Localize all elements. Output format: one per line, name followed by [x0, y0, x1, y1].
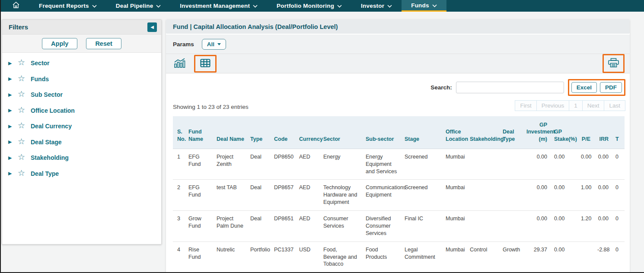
- params-dropdown[interactable]: All: [202, 39, 226, 50]
- table-row: 2EFG Fundtest TABDealDP8657AEDTechnology…: [173, 180, 625, 211]
- expand-arrow-icon[interactable]: ▶: [8, 171, 18, 176]
- filter-item-deal-currency[interactable]: ▶☆Deal Currency: [2, 118, 161, 134]
- table-cell: 0.00: [580, 149, 596, 180]
- star-icon[interactable]: ☆: [18, 168, 31, 178]
- chevron-down-icon: [432, 2, 437, 9]
- search-input[interactable]: [456, 82, 564, 93]
- column-header-gp-stake[interactable]: GP Stake(%): [553, 116, 580, 149]
- table-cell: Deal: [249, 211, 273, 242]
- filter-item-deal-stage[interactable]: ▶☆Deal Stage: [2, 134, 161, 150]
- table-cell: 0.00: [553, 149, 580, 180]
- column-header-type[interactable]: Type: [249, 116, 273, 149]
- excel-button[interactable]: Excel: [571, 82, 597, 93]
- filter-item-label: Deal Stage: [31, 139, 62, 146]
- print-button[interactable]: [607, 57, 620, 70]
- filters-title: Filters: [9, 23, 28, 31]
- chevron-down-icon: [217, 43, 221, 45]
- pagination-previous[interactable]: Previous: [536, 100, 570, 111]
- chart-view-button[interactable]: [173, 57, 186, 70]
- filter-item-stakeholding[interactable]: ▶☆Stakeholding: [2, 150, 161, 166]
- table-cell: 4: [173, 241, 188, 273]
- table-cell: Diversified Consumer Services: [365, 211, 404, 242]
- expand-arrow-icon[interactable]: ▶: [8, 92, 18, 98]
- filter-item-sector[interactable]: ▶☆Sector: [2, 55, 161, 71]
- column-header-deal-type[interactable]: Deal Type: [502, 116, 526, 149]
- expand-arrow-icon[interactable]: ▶: [8, 155, 18, 161]
- expand-arrow-icon[interactable]: ▶: [8, 60, 18, 66]
- star-icon[interactable]: ☆: [18, 105, 31, 115]
- nav-item-portfolio-monitoring[interactable]: Portfolio Monitoring: [267, 0, 351, 12]
- column-header-p-e[interactable]: P/E: [580, 116, 596, 149]
- chevron-down-icon: [253, 3, 258, 9]
- filter-item-deal-type[interactable]: ▶☆Deal Type: [2, 166, 161, 182]
- nav-item-investment-management[interactable]: Investment Management: [170, 0, 267, 12]
- column-header-code[interactable]: Code: [273, 116, 298, 149]
- column-header-office-location[interactable]: Office Location: [445, 116, 469, 149]
- annotation-box-table: [194, 55, 217, 73]
- table-cell: Mumbai: [445, 211, 469, 242]
- pdf-button[interactable]: PDF: [600, 82, 622, 93]
- column-header-fund-name[interactable]: Fund Name: [188, 116, 216, 149]
- nav-item-funds[interactable]: Funds: [402, 0, 446, 12]
- expand-arrow-icon[interactable]: ▶: [8, 76, 18, 82]
- expand-arrow-icon[interactable]: ▶: [8, 124, 18, 129]
- nav-item-frequent-reports[interactable]: Frequent Reports: [29, 0, 106, 12]
- column-header-sub-sector[interactable]: Sub-sector: [365, 116, 404, 149]
- star-icon[interactable]: ☆: [18, 57, 31, 67]
- filter-item-sub-sector[interactable]: ▶☆Sub Sector: [2, 87, 161, 103]
- home-button[interactable]: [1, 0, 29, 12]
- star-icon[interactable]: ☆: [18, 89, 31, 99]
- column-header-stakeholding[interactable]: Stakeholding: [469, 116, 502, 149]
- filters-panel: Filters ◀ Apply Reset ▶☆Sector▶☆Funds▶☆S…: [2, 19, 162, 244]
- column-header-deal-name[interactable]: Deal Name: [216, 116, 249, 149]
- table-cell: 0.00: [526, 211, 553, 242]
- apply-button[interactable]: Apply: [42, 38, 77, 49]
- column-header-irr[interactable]: IRR: [596, 116, 615, 149]
- star-icon[interactable]: ☆: [18, 121, 31, 130]
- column-header-sector[interactable]: Sector: [322, 116, 365, 149]
- filter-item-label: Deal Currency: [31, 123, 72, 130]
- expand-arrow-icon[interactable]: ▶: [8, 139, 18, 145]
- page-title: Fund | Capital Allocation Analysis (Deal…: [166, 19, 630, 34]
- column-header-currency[interactable]: Currency: [298, 116, 322, 149]
- table-row: 1EFG FundProject ZenithDealDP8650AEDEner…: [173, 149, 625, 180]
- star-icon[interactable]: ☆: [18, 136, 31, 146]
- filter-item-funds[interactable]: ▶☆Funds: [2, 71, 161, 87]
- table-cell: Screened: [404, 180, 445, 211]
- table-cell: Mumbai: [445, 149, 469, 180]
- table-cell: Technology Hardware and Equipment: [322, 180, 365, 211]
- table-cell: USD: [298, 241, 322, 273]
- search-row: Search: Excel PDF: [166, 73, 630, 96]
- expand-arrow-icon[interactable]: ▶: [8, 108, 18, 113]
- collapse-panel-button[interactable]: ◀: [147, 22, 157, 32]
- nav-item-investor[interactable]: Investor: [351, 0, 402, 12]
- column-header-t[interactable]: T: [615, 116, 625, 149]
- pagination-last[interactable]: Last: [604, 100, 625, 111]
- pagination-first[interactable]: First: [515, 100, 536, 111]
- reset-button[interactable]: Reset: [86, 38, 121, 49]
- chart-icon: [174, 58, 185, 70]
- filter-item-label: Office Location: [31, 107, 75, 114]
- pagination-1[interactable]: 1: [569, 100, 583, 111]
- star-icon[interactable]: ☆: [18, 73, 31, 83]
- filter-item-label: Deal Type: [31, 170, 59, 177]
- params-dropdown-value: All: [207, 41, 214, 48]
- table-cell: 0.00: [596, 149, 615, 180]
- table-cell: 1.20: [580, 211, 596, 242]
- column-header-stage[interactable]: Stage: [404, 116, 445, 149]
- table-header-row: S. No.Fund NameDeal NameTypeCodeCurrency…: [173, 116, 625, 149]
- star-icon[interactable]: ☆: [18, 152, 31, 162]
- table-body: 1EFG FundProject ZenithDealDP8650AEDEner…: [173, 149, 625, 273]
- nav-item-label: Investment Management: [180, 3, 250, 9]
- table-cell: Mumbai: [445, 241, 469, 273]
- table-view-button[interactable]: [199, 58, 211, 70]
- filter-item-office-location[interactable]: ▶☆Office Location: [2, 103, 161, 119]
- table-cell: PC1337: [273, 241, 298, 273]
- column-header-s-no[interactable]: S. No.: [173, 116, 188, 149]
- pagination-next[interactable]: Next: [582, 100, 605, 111]
- table-cell: 0.00: [596, 211, 615, 242]
- nav-item-deal-pipeline[interactable]: Deal Pipeline: [106, 0, 171, 12]
- table-cell: Deal: [249, 180, 273, 211]
- column-header-gp-investment-m[interactable]: GP Investment (m): [526, 116, 553, 149]
- table-cell: Deal: [249, 149, 273, 180]
